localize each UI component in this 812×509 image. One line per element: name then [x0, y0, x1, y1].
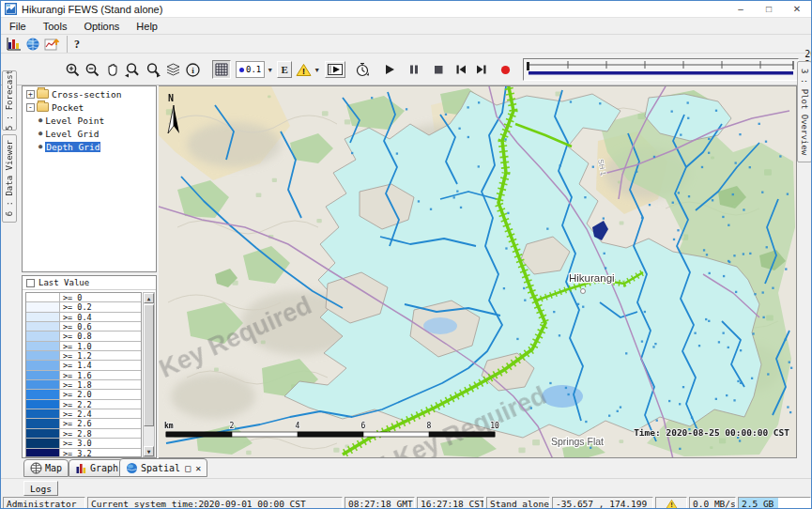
menu-tools[interactable]: Tools [35, 21, 76, 32]
zoom-out-button[interactable] [83, 59, 102, 80]
classified-legend-button[interactable]: E [275, 59, 294, 80]
tab-plot-overview[interactable]: 3 : Plot Overview [797, 61, 812, 162]
skip-end-icon [475, 63, 488, 76]
legend-color-swatch [26, 322, 60, 331]
scroll-up-icon[interactable]: ▲ [144, 293, 154, 303]
tab-maximize-icon[interactable]: □ [185, 463, 191, 473]
pause-button[interactable] [406, 59, 422, 80]
status-warning-cell[interactable]: ! [655, 497, 687, 509]
tree-node-depth-grid[interactable]: ● Depth Grid [23, 141, 156, 152]
layers-button[interactable] [163, 59, 183, 80]
timeseries-display-button[interactable] [42, 34, 62, 54]
last-value-checkbox[interactable] [26, 279, 35, 287]
scrollbar-thumb[interactable] [144, 304, 154, 426]
legend-row[interactable]: >= 3.0 [26, 439, 141, 448]
legend-row[interactable]: >= 0.8 [26, 332, 141, 341]
tab-forecast[interactable]: 5 : Forecast [2, 70, 17, 131]
legend-value-label: >= 1.6 [60, 371, 92, 379]
legend-row[interactable]: >= 2.6 [26, 419, 141, 428]
scroll-down-icon[interactable]: ▼ [144, 446, 154, 456]
menu-options[interactable]: Options [75, 21, 128, 32]
skip-to-start-button[interactable] [452, 59, 469, 80]
data-viewer-panel: + Cross-section - Pocket ● Level Point ●… [20, 85, 159, 458]
help-button[interactable]: ? [72, 34, 82, 54]
legend-row[interactable]: >= 0.6 [26, 322, 141, 332]
tree-node-label: Pocket [52, 102, 84, 113]
logs-button-label: Logs [30, 484, 52, 494]
window-title: Hikurangi FEWS (Stand alone) [22, 4, 162, 15]
time-slider[interactable] [523, 58, 799, 81]
legend-scrollbar[interactable]: ▲ ▼ [143, 292, 155, 457]
menu-file[interactable]: File [1, 21, 35, 32]
zoom-in-button[interactable] [63, 59, 83, 80]
legend-color-swatch [26, 400, 60, 409]
maximize-button[interactable]: □ [755, 1, 783, 17]
tab-close-icon[interactable]: ✕ [195, 463, 201, 473]
pan-button[interactable] [102, 59, 122, 80]
legend-row[interactable]: >= 1.6 [26, 371, 141, 380]
status-gmt-time: 08:27:18 GMT [345, 497, 415, 509]
svg-text:i: i [192, 66, 194, 75]
tree-node-level-grid[interactable]: ● Level Grid [23, 128, 156, 139]
tab-spatial-label: Spatial [141, 463, 180, 473]
legend-row[interactable]: >= 3.2 [26, 449, 141, 458]
play-button[interactable] [381, 59, 398, 80]
svg-text:2: 2 [230, 422, 235, 430]
close-button[interactable]: ✕ [783, 1, 811, 17]
zoom-next-button[interactable] [143, 59, 163, 80]
legend-row[interactable]: >= 1.0 [26, 342, 141, 351]
stop-button[interactable] [430, 59, 447, 80]
zoom-next-icon [145, 62, 161, 78]
legend-color-swatch [26, 409, 60, 418]
legend-row[interactable]: >= 2.2 [26, 400, 141, 409]
legend-row[interactable]: >= 0.4 [26, 313, 141, 322]
legend-row[interactable]: >= 1.4 [26, 361, 141, 370]
expand-toggle[interactable]: + [26, 90, 35, 99]
legend-value-label: >= 2.4 [60, 409, 92, 418]
tree-node-pocket[interactable]: - Pocket [23, 101, 156, 113]
animation-timer-button[interactable] [353, 59, 374, 80]
collapse-toggle[interactable]: - [26, 103, 35, 112]
tab-spatial[interactable]: Spatial □ ✕ [119, 458, 207, 477]
tab-map[interactable]: Map [23, 459, 69, 477]
globe-icon [25, 37, 40, 52]
skip-to-end-button[interactable] [473, 59, 490, 80]
grid-icon [215, 63, 228, 76]
app-window: Hikurangi FEWS (Stand alone) – □ ✕ File … [0, 0, 812, 509]
bottom-tab-bar: Map Graph Spatial □ ✕ [1, 458, 811, 477]
legend-row[interactable]: >= 2.8 [26, 429, 141, 439]
thresholds-dropdown[interactable]: ! ▼ [294, 59, 322, 80]
status-system-time: Current system time:2020-09-01 00:00 CST [87, 497, 343, 509]
map-display-button[interactable] [23, 34, 42, 54]
legend-row[interactable]: >= 1.8 [26, 380, 141, 390]
tab-data-viewer[interactable]: 6 : Data Viewer [2, 134, 17, 223]
info-icon: i [185, 62, 201, 78]
legend-value-label: >= 2.8 [60, 429, 92, 438]
legend-row[interactable]: >= 1.2 [26, 351, 141, 361]
legend-color-swatch [26, 380, 60, 389]
status-user: Administrator [3, 497, 85, 509]
interval-value: 0.1 [246, 65, 261, 74]
tree-node-level-point[interactable]: ● Level Point [23, 115, 156, 126]
map-view[interactable]: API Key Required API Key Required [159, 85, 797, 458]
legend-row[interactable]: >= 0.2 [26, 302, 141, 312]
legend-row[interactable]: >= 0 [26, 293, 141, 302]
movie-player-button[interactable] [325, 61, 345, 78]
tab-graph[interactable]: Graph [69, 459, 125, 477]
folder-icon [37, 102, 49, 112]
toolbar-separator [67, 36, 68, 53]
logs-button[interactable]: Logs [23, 481, 58, 496]
legend-header: Last Value [23, 276, 156, 290]
grid-display-button[interactable] [5, 34, 23, 54]
tree-node-label: Level Grid [45, 129, 99, 139]
info-button[interactable]: i [183, 59, 203, 80]
contour-interval-dropdown[interactable]: 0.1 ▼ [234, 59, 275, 80]
legend-row[interactable]: >= 2.4 [26, 409, 141, 419]
record-button[interactable] [498, 59, 513, 80]
zoom-previous-button[interactable] [122, 59, 143, 80]
menu-help[interactable]: Help [128, 21, 166, 32]
tree-node-cross-section[interactable]: + Cross-section [23, 88, 156, 100]
minimize-button[interactable]: – [727, 1, 755, 17]
show-grid-button[interactable] [212, 60, 231, 79]
legend-row[interactable]: >= 2.0 [26, 390, 141, 399]
